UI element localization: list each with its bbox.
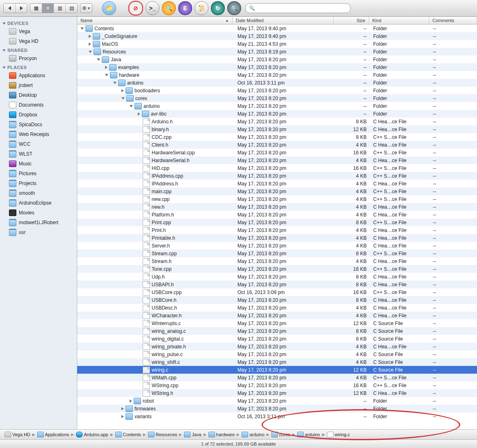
view-icon-button[interactable]: ▦ — [30, 4, 42, 13]
col-header-kind[interactable]: Kind — [369, 17, 429, 24]
col-header-date[interactable]: Date Modified — [233, 17, 334, 24]
table-row[interactable]: wiring_private.hMay 17, 2013 8:20 pm4 KB… — [77, 343, 477, 350]
path-segment[interactable]: Arduino.app — [75, 431, 109, 438]
disclosure-closed-icon[interactable] — [89, 42, 91, 46]
table-row[interactable]: HardwareSerial.cppMay 17, 2013 8:20 pm16… — [77, 149, 477, 156]
timemachine-button[interactable]: ↻ — [211, 1, 225, 15]
sidebar-item[interactable]: Music — [0, 159, 77, 169]
sidebar-item[interactable]: usr — [0, 227, 77, 237]
sidebar-item[interactable]: Dropbox — [0, 110, 77, 120]
path-segment[interactable]: arduino — [240, 431, 266, 438]
table-row[interactable]: coresMay 17, 2013 8:20 pm--Folder-- — [77, 94, 477, 102]
table-row[interactable]: HardwareSerial.hMay 17, 2013 8:20 pm4 KB… — [77, 156, 477, 164]
table-row[interactable]: _CodeSignatureMay 17, 2013 9:40 pm--Fold… — [77, 32, 477, 40]
table-row[interactable]: Printable.hMay 17, 2013 8:20 pm4 KBC Hea… — [77, 234, 477, 242]
table-row[interactable]: variantsOct 16, 2013 3:11 pm--Folder-- — [77, 412, 477, 420]
disclosure-open-icon[interactable] — [113, 82, 116, 84]
view-column-button[interactable]: ▥ — [54, 4, 66, 13]
search-input[interactable] — [255, 5, 347, 11]
sidebar-item[interactable]: Procyon — [0, 53, 77, 63]
table-row[interactable]: Stream.cppMay 17, 2013 8:20 pm8 KBC++ S…… — [77, 250, 477, 257]
view-list-button[interactable]: ≡ — [42, 4, 54, 13]
col-header-name[interactable]: Name▲ — [77, 17, 233, 24]
table-row[interactable]: ResourcesMay 17, 2013 8:19 pm--Folder-- — [77, 48, 477, 56]
disclosure-open-icon[interactable] — [81, 27, 84, 30]
back-button[interactable] — [4, 4, 16, 13]
sidebar-item[interactable]: SpicaDocs — [0, 120, 77, 129]
sidebar-item[interactable]: WLST — [0, 149, 77, 159]
path-segment[interactable]: Java — [183, 431, 202, 438]
script-button[interactable]: 📜 — [195, 1, 208, 15]
new-folder-button[interactable]: 📁 — [102, 1, 116, 15]
sidebar-item[interactable]: Documents — [0, 100, 77, 110]
table-row[interactable]: WString.hMay 17, 2013 8:20 pm12 KBC Hea…… — [77, 389, 477, 397]
sidebar-item[interactable]: Movies — [0, 208, 77, 218]
table-row[interactable]: WMath.cppMay 17, 2013 8:20 pm4 KBC++ S…c… — [77, 374, 477, 381]
table-row[interactable]: bootloadersMay 17, 2013 8:20 pm--Folder-… — [77, 87, 477, 94]
path-segment[interactable]: wiring.c — [326, 431, 351, 438]
path-segment[interactable]: cores — [270, 431, 291, 438]
disclosure-open-icon[interactable] — [121, 97, 125, 100]
forward-button[interactable] — [16, 4, 27, 13]
table-row[interactable]: USBCore.hMay 17, 2013 8:20 pm8 KBC Hea…c… — [77, 296, 477, 304]
table-row[interactable]: new.cppMay 17, 2013 8:20 pm4 KBC++ S…ce … — [77, 195, 477, 203]
sidebar-item[interactable]: Projects — [0, 178, 77, 188]
table-row[interactable]: avr-libcMay 17, 2013 8:20 pm--Folder-- — [77, 110, 477, 118]
sidebar-section-header[interactable]: DEVICES — [0, 19, 77, 27]
sidebar-item[interactable]: Applications — [0, 71, 77, 80]
table-row[interactable]: Arduino.hMay 17, 2013 8:20 pm8 KBC Hea…c… — [77, 118, 477, 125]
table-row[interactable]: Platform.hMay 17, 2013 8:20 pm4 KBC Hea…… — [77, 211, 477, 218]
table-row[interactable]: USBDesc.hMay 17, 2013 8:20 pm4 KBC Hea…c… — [77, 304, 477, 312]
path-segment[interactable]: Contents — [114, 431, 142, 438]
disclosure-open-icon[interactable] — [130, 105, 133, 107]
sidebar-item[interactable]: Web Receipts — [0, 129, 77, 139]
path-segment[interactable]: Resources — [147, 431, 179, 438]
sidebar-item[interactable]: ArduinoEclipse — [0, 198, 77, 208]
table-row[interactable]: Print.hMay 17, 2013 8:20 pm4 KBC Hea…ce … — [77, 226, 477, 234]
table-row[interactable]: Client.hMay 17, 2013 8:20 pm4 KBC Hea…ce… — [77, 141, 477, 149]
table-row[interactable]: binary.hMay 17, 2013 8:20 pm12 KBC Hea…c… — [77, 125, 477, 133]
path-segment[interactable]: arduino — [296, 431, 321, 438]
sidebar-section-header[interactable]: PLACES — [0, 63, 77, 71]
table-row[interactable]: USBAPI.hMay 17, 2013 8:20 pm8 KBC Hea…ce… — [77, 281, 477, 288]
table-row[interactable]: USBCore.cppOct 16, 2013 3:09 pm16 KBC++ … — [77, 288, 477, 296]
table-row[interactable]: firmwaresMay 17, 2013 8:20 pm--Folder-- — [77, 405, 477, 412]
table-row[interactable]: ContentsMay 17, 2013 9:40 pm--Folder-- — [77, 25, 477, 32]
disclosure-closed-icon[interactable] — [121, 407, 124, 410]
sidebar-item[interactable]: Vega — [0, 27, 77, 36]
disclosure-closed-icon[interactable] — [130, 399, 132, 403]
table-row[interactable]: Print.cppMay 17, 2013 8:20 pm8 KBC++ S…c… — [77, 218, 477, 226]
table-row[interactable]: HID.cppMay 17, 2013 8:20 pm16 KBC++ S…ce… — [77, 164, 477, 172]
find-button[interactable]: 🔍 — [162, 1, 176, 15]
table-row[interactable]: wiring_shift.cMay 17, 2013 8:20 pm4 KBC … — [77, 358, 477, 366]
table-row[interactable]: JavaMay 17, 2013 8:20 pm--Folder-- — [77, 56, 477, 63]
sidebar-section-header[interactable]: SHARED — [0, 46, 77, 53]
col-header-size[interactable]: Size — [334, 17, 369, 24]
sidebar-item[interactable]: Desktop — [0, 90, 77, 100]
table-row[interactable]: IPAddress.cppMay 17, 2013 8:20 pm4 KBC++… — [77, 172, 477, 180]
table-row[interactable]: examplesMay 17, 2013 8:20 pm--Folder-- — [77, 63, 477, 71]
sidebar-item[interactable]: WCC — [0, 139, 77, 149]
table-row[interactable]: CDC.cppMay 17, 2013 8:20 pm8 KBC++ S…ce … — [77, 133, 477, 141]
col-header-comments[interactable]: Comments — [429, 17, 477, 24]
table-row[interactable]: WCharacter.hMay 17, 2013 8:20 pm4 KBC He… — [77, 312, 477, 319]
file-list[interactable]: ContentsMay 17, 2013 9:40 pm--Folder--_C… — [77, 25, 477, 429]
path-segment[interactable]: Applications — [36, 431, 70, 438]
disclosure-open-icon[interactable] — [105, 74, 108, 76]
view-coverflow-button[interactable]: ▤ — [66, 4, 77, 13]
path-segment[interactable]: Vega HD — [3, 431, 31, 438]
sidebar[interactable]: DEVICESVegaVega HDSHAREDProcyonPLACESApp… — [0, 17, 77, 429]
table-row[interactable]: arduinoMay 17, 2013 8:20 pm--Folder-- — [77, 102, 477, 110]
disclosure-closed-icon[interactable] — [121, 415, 124, 418]
table-row[interactable]: arduinoOct 16, 2013 3:11 pm--Folder-- — [77, 79, 477, 87]
disclosure-open-icon[interactable] — [89, 51, 92, 53]
table-row[interactable]: wiring_analog.cMay 17, 2013 8:20 pm8 KBC… — [77, 327, 477, 335]
table-row[interactable]: IPAddress.hMay 17, 2013 8:20 pm4 KBC Hea… — [77, 180, 477, 187]
table-row[interactable]: MacOSMay 21, 2013 4:53 pm--Folder-- — [77, 40, 477, 48]
table-row[interactable]: robotMay 17, 2013 8:20 pm--Folder-- — [77, 397, 477, 405]
disclosure-closed-icon[interactable] — [121, 89, 124, 92]
disclosure-open-icon[interactable] — [97, 58, 100, 61]
disclosure-closed-icon[interactable] — [138, 112, 140, 116]
spotlight-button[interactable]: 🔍 — [227, 1, 241, 15]
table-row[interactable]: new.hMay 17, 2013 8:20 pm4 KBC Hea…ce Fi… — [77, 203, 477, 211]
